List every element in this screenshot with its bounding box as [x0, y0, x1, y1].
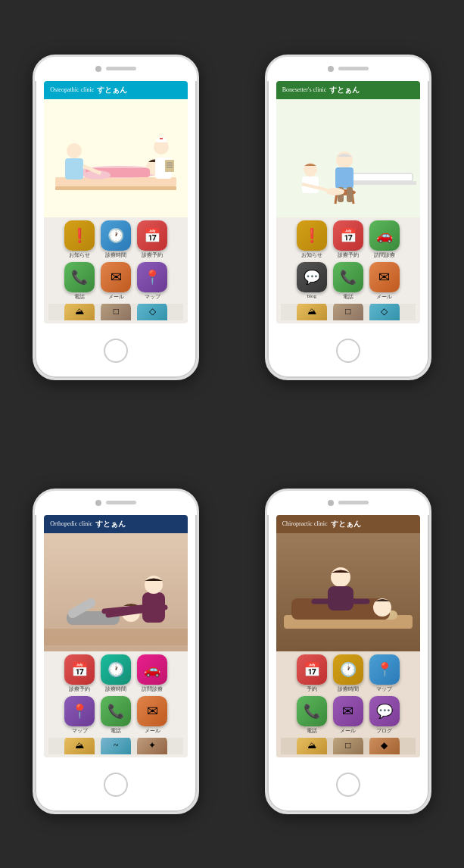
icon-map-ortho[interactable]: 📍 マップ: [64, 696, 95, 735]
icon-blog-bone[interactable]: 💬 blog: [297, 262, 327, 301]
icon-mail-bone[interactable]: ✉ メール: [369, 262, 400, 301]
camera-icon-chiro: [328, 500, 334, 506]
partial3c: ◆: [369, 738, 400, 754]
map-label-ortho: マップ: [72, 727, 88, 735]
icon-map-chiro[interactable]: 📍 マップ: [369, 654, 400, 693]
oshirase-label: お知らせ: [69, 251, 90, 259]
blog-btn-bone[interactable]: 💬: [297, 262, 327, 292]
home-button-ortho[interactable]: [104, 773, 128, 797]
icon-mail-osteo[interactable]: ✉ メール: [101, 262, 131, 301]
jikan-btn-chiro[interactable]: 🕐: [333, 654, 363, 685]
phone-bottom-chiro: [336, 757, 360, 812]
yoyaku-btn-bone[interactable]: 📅: [333, 220, 363, 251]
mail-label: メール: [108, 293, 124, 301]
yoyaku-label-ortho: 診療予約: [69, 685, 90, 693]
tel-btn[interactable]: 📞: [64, 262, 95, 292]
houmon-btn-bone[interactable]: 🚗: [369, 220, 400, 251]
quadrant-ortho: Orthopedic clinic すとぁん: [0, 434, 232, 868]
camera-icon-bone: [328, 66, 334, 72]
icon-tel-chiro[interactable]: 📞 電話: [297, 696, 327, 735]
quadrant-osteo: Osteopathic clinic すとぁん: [0, 0, 232, 434]
icons-area-bone: ❗ お知らせ 📅 診療予約 🚗 訪問診療 💬 blog: [276, 217, 420, 323]
icon-oshirase-osteo[interactable]: ❗ お知らせ: [64, 220, 95, 259]
mail-btn-ortho[interactable]: ✉: [137, 696, 167, 726]
illustration-osteo: [44, 99, 188, 217]
svg-rect-26: [347, 187, 353, 202]
phone-osteo: Osteopathic clinic すとぁん: [33, 55, 199, 380]
clinic-name-chiro: すとぁん: [331, 519, 361, 529]
tel-btn-ortho[interactable]: 📞: [101, 696, 131, 726]
home-button-chiro[interactable]: [336, 773, 360, 797]
partial1c: ⛰: [297, 738, 327, 754]
speaker: [106, 67, 136, 70]
icon-jikan-osteo[interactable]: 🕐 診療時間: [101, 220, 131, 259]
oshirase-btn-bone[interactable]: ❗: [297, 220, 327, 251]
illustration-ortho: [44, 533, 188, 651]
map-label: マップ: [145, 293, 160, 301]
map-btn-ortho[interactable]: 📍: [64, 696, 95, 726]
mail-btn-chiro[interactable]: ✉: [333, 696, 363, 726]
houmon-label-ortho: 訪問診療: [142, 685, 163, 693]
icon-oshirase-bone[interactable]: ❗ お知らせ: [297, 220, 327, 259]
svg-rect-14: [165, 160, 174, 172]
icon-tel-osteo[interactable]: 📞 電話: [64, 262, 95, 301]
svg-rect-18: [352, 173, 413, 181]
map-btn[interactable]: 📍: [137, 262, 167, 292]
jikan-btn[interactable]: 🕐: [101, 220, 131, 251]
blog-label-bone: blog: [307, 293, 316, 299]
icon-jikan-ortho[interactable]: 🕐 診療時間: [101, 654, 131, 693]
clinic-name-bone: すとぁん: [329, 85, 360, 95]
phone-top-osteo: [35, 57, 197, 81]
icon-yoyaku-osteo[interactable]: 📅 診療予約: [137, 220, 167, 259]
jikan-label-ortho: 診療時間: [105, 685, 126, 693]
icon-map-osteo[interactable]: 📍 マップ: [137, 262, 167, 301]
icon-tel-ortho[interactable]: 📞 電話: [101, 696, 131, 735]
speaker-chiro: [338, 501, 369, 504]
yoyaku-btn-ortho[interactable]: 📅: [64, 654, 95, 685]
camera-icon: [95, 66, 101, 72]
tel-label-ortho: 電話: [111, 727, 121, 735]
icon-blog-chiro[interactable]: 💬 ブログ: [369, 696, 400, 735]
screen-ortho: Orthopedic clinic すとぁん: [44, 515, 188, 757]
home-button-osteo[interactable]: [104, 339, 128, 363]
houmon-btn-ortho[interactable]: 🚗: [137, 654, 167, 685]
tel-btn-bone[interactable]: 📞: [333, 262, 363, 292]
icon-mail-ortho[interactable]: ✉ メール: [137, 696, 167, 735]
mail-label-bone: メール: [376, 293, 392, 301]
yoyaku-btn-chiro[interactable]: 📅: [297, 654, 327, 685]
tel-label: 電話: [74, 293, 85, 301]
icon-yoyaku-ortho[interactable]: 📅 診療予約: [64, 654, 95, 693]
home-button-bone[interactable]: [336, 339, 360, 363]
header-ortho: Orthopedic clinic すとぁん: [44, 515, 188, 533]
icon-mail-chiro[interactable]: ✉ メール: [333, 696, 363, 735]
screen-chiro: Chiropractic clinic すとぁん: [276, 515, 420, 757]
map-btn-chiro[interactable]: 📍: [369, 654, 400, 685]
jikan-label: 診療時間: [105, 251, 126, 259]
mail-btn[interactable]: ✉: [101, 262, 131, 292]
yoyaku-label-chiro: 予約: [307, 685, 317, 693]
icons-row1-ortho: 📅 診療予約 🕐 診療時間 🚗 訪問診療: [48, 654, 183, 693]
icon-yoyaku-bone[interactable]: 📅 診療予約: [333, 220, 363, 259]
houmon-label-bone: 訪問診療: [374, 251, 395, 259]
icon-houmon-ortho[interactable]: 🚗 訪問診療: [137, 654, 167, 693]
partial3b: ◇: [369, 304, 400, 320]
phone-top-bone: [267, 57, 429, 81]
illus-svg-ortho: [44, 533, 188, 651]
blog-btn-chiro[interactable]: 💬: [369, 696, 400, 726]
yoyaku-btn[interactable]: 📅: [137, 220, 167, 251]
partial2c: □: [333, 738, 363, 754]
icon-tel-bone[interactable]: 📞 電話: [333, 262, 363, 301]
jikan-btn-ortho[interactable]: 🕐: [101, 654, 131, 685]
icons-row2-bone: 💬 blog 📞 電話 ✉ メール: [281, 262, 416, 301]
icon-houmon-bone[interactable]: 🚗 訪問診療: [369, 220, 400, 259]
mail-btn-bone[interactable]: ✉: [369, 262, 400, 292]
partial-row-bone: ⛰ □ ◇: [281, 304, 416, 320]
tel-btn-chiro[interactable]: 📞: [297, 696, 327, 726]
icons-area-ortho: 📅 診療予約 🕐 診療時間 🚗 訪問診療 📍 マップ: [44, 651, 188, 757]
icons-row1-bone: ❗ お知らせ 📅 診療予約 🚗 訪問診療: [281, 220, 416, 259]
clinic-name-osteo: すとぁん: [97, 85, 127, 95]
icon-jikan-chiro[interactable]: 🕐 診療時間: [333, 654, 363, 693]
oshirase-btn[interactable]: ❗: [64, 220, 95, 251]
icon-yoyaku-chiro[interactable]: 📅 予約: [297, 654, 327, 693]
header-bone: Bonesetter's clinic すとぁん: [276, 81, 420, 99]
